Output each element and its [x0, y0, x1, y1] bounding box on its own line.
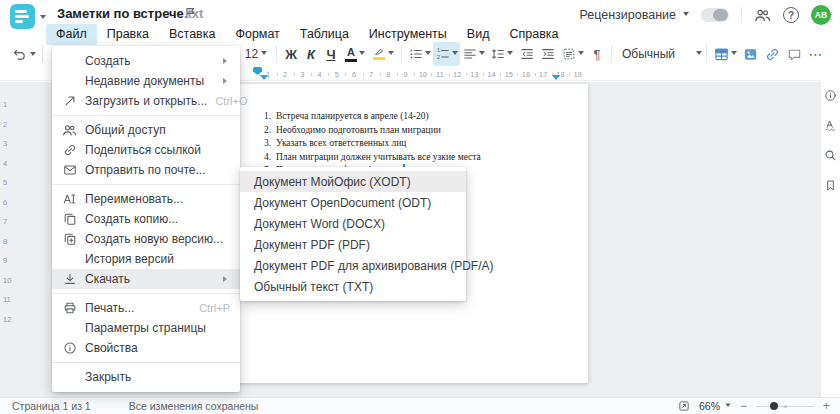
paragraph-style-dropdown[interactable]: Обычный — [616, 42, 702, 66]
font-color-icon: А — [345, 47, 357, 62]
file-menu-item[interactable]: Создать новую версию... — [52, 229, 240, 249]
file-menu-item[interactable]: Создать — [52, 51, 240, 71]
font-color-button[interactable]: А — [341, 42, 369, 66]
increase-indent-button[interactable] — [537, 42, 558, 66]
chevron-down-icon — [479, 51, 485, 58]
file-menu-item[interactable]: Общий доступ — [52, 120, 240, 140]
download-format-item[interactable]: Документ МойОфис (XODT) — [240, 171, 466, 192]
collaborators-icon[interactable] — [754, 7, 771, 24]
ruler-number: 11 — [436, 70, 444, 79]
menu-divider — [52, 362, 240, 363]
avatar[interactable]: AB — [811, 5, 831, 25]
download-icon — [62, 272, 77, 287]
file-menu-item[interactable]: Отправить по почте... — [52, 160, 240, 180]
zoom-controls: 66% − + — [678, 400, 830, 412]
link-icon — [62, 143, 77, 158]
bold-button[interactable]: Ж — [281, 42, 301, 66]
zoom-slider[interactable] — [756, 401, 814, 411]
file-menu-item[interactable]: Скачать — [52, 269, 240, 289]
ruler-tick — [449, 73, 450, 76]
file-menu-item[interactable]: Печать...Ctrl+P — [52, 298, 240, 318]
file-menu-item[interactable]: Переименовать... — [52, 189, 240, 209]
zoom-level-dropdown[interactable]: 66% — [699, 400, 731, 412]
bullet-list-button[interactable] — [406, 42, 433, 66]
file-menu-item[interactable]: Закрыть — [52, 367, 240, 387]
line-spacing-button[interactable] — [487, 42, 516, 66]
comment-button[interactable] — [783, 42, 805, 66]
ruler-tick — [294, 73, 295, 76]
document-info-icon[interactable] — [824, 89, 837, 102]
insert-table-button[interactable] — [711, 42, 739, 66]
zoom-out-button[interactable]: − — [740, 400, 747, 412]
ruler-number: 3 — [300, 70, 304, 79]
undo-dropdown-caret[interactable] — [30, 52, 36, 59]
ruler-tick — [414, 73, 415, 76]
file-menu: СоздатьНедавние документыЗагрузить и отк… — [52, 46, 240, 392]
document-title[interactable]: Заметки по встрече.txt — [57, 6, 203, 21]
highlight-color-button[interactable] — [369, 42, 397, 66]
search-icon[interactable] — [824, 149, 837, 162]
chevron-down-icon — [725, 403, 730, 409]
zoom-value: 66% — [699, 400, 720, 412]
file-menu-item[interactable]: Поделиться ссылкой — [52, 140, 240, 160]
document-list-item[interactable]: 2.Необходимо подготовить план миграции — [257, 124, 481, 138]
review-mode-dropdown[interactable]: Рецензирование — [579, 8, 689, 22]
menu-item-label: Загрузить и открыть... — [85, 94, 207, 108]
formatting-marks-button[interactable]: ¶ — [587, 42, 607, 66]
fit-page-icon[interactable] — [678, 400, 690, 412]
file-menu-item[interactable]: Параметры страницы — [52, 318, 240, 338]
chevron-down-icon — [731, 51, 737, 58]
zoom-slider-knob[interactable] — [770, 402, 778, 410]
file-menu-item[interactable]: История версий — [52, 249, 240, 269]
underline-button[interactable]: Ч — [321, 42, 341, 66]
icon-spacer — [62, 252, 77, 267]
download-format-item[interactable]: Обычный текст (TXT) — [240, 276, 466, 297]
bookmark-icon[interactable] — [824, 179, 837, 192]
flag-icon[interactable] — [183, 6, 197, 20]
document-list-item[interactable]: 4.План миграции должен учитывать все узк… — [257, 151, 481, 165]
numbered-list-button[interactable]: 12 — [433, 42, 460, 66]
menu-divider — [52, 184, 240, 185]
help-icon[interactable]: ? — [783, 7, 799, 23]
review-toggle[interactable] — [701, 8, 729, 22]
document-list-item[interactable]: 3.Указать всех ответственных лиц — [257, 137, 481, 151]
decrease-indent-button[interactable] — [516, 42, 537, 66]
paragraph-settings-button[interactable] — [558, 42, 587, 66]
chevron-down-icon — [507, 51, 513, 58]
file-menu-item[interactable]: Создать копию... — [52, 209, 240, 229]
file-menu-item[interactable]: Загрузить и открыть...Ctrl+O — [52, 91, 240, 111]
app-menu-caret-icon[interactable] — [40, 15, 46, 22]
document-list-item[interactable]: 1.Встреча планируется в апреле (14-20) — [257, 110, 481, 124]
undo-button[interactable] — [8, 42, 30, 66]
download-format-item[interactable]: Документ PDF (PDF) — [240, 234, 466, 255]
italic-button[interactable]: К — [301, 42, 321, 66]
right-indent-marker[interactable] — [552, 75, 560, 84]
file-menu-item[interactable]: Свойства — [52, 338, 240, 358]
ruler-number: 8 — [386, 70, 390, 79]
ruler-number: 6 — [352, 70, 356, 79]
app-logo[interactable] — [10, 4, 35, 29]
ruler-number: 4 — [3, 159, 7, 168]
menu-item-label: Создать — [85, 54, 217, 68]
icon-spacer — [62, 54, 77, 69]
download-format-item[interactable]: Документ PDF для архивирования (PDF/A) — [240, 255, 466, 276]
more-tools-button[interactable]: ⋯ — [805, 42, 827, 66]
insert-image-button[interactable] — [739, 42, 761, 66]
file-menu-item[interactable]: Недавние документы — [52, 71, 240, 91]
ruler-number: 9 — [404, 70, 408, 79]
left-indent-marker[interactable] — [260, 75, 268, 84]
style-name: Обычный — [622, 47, 696, 61]
insert-link-button[interactable] — [761, 42, 783, 66]
font-size-dropdown[interactable]: 12 — [240, 42, 272, 66]
ruler-number: 15 — [505, 70, 513, 79]
download-format-item[interactable]: Документ OpenDocument (ODT) — [240, 192, 466, 213]
review-mode-label: Рецензирование — [579, 8, 676, 22]
align-button[interactable] — [460, 42, 487, 66]
zoom-slider-tick — [784, 405, 787, 408]
page-indicator: Страница 1 из 1 — [12, 400, 91, 412]
download-format-item[interactable]: Документ Word (DOCX) — [240, 213, 466, 234]
zoom-in-button[interactable]: + — [823, 400, 830, 412]
icon-spacer — [62, 370, 77, 385]
right-sidebar — [820, 82, 840, 397]
spellcheck-icon[interactable] — [824, 119, 837, 132]
